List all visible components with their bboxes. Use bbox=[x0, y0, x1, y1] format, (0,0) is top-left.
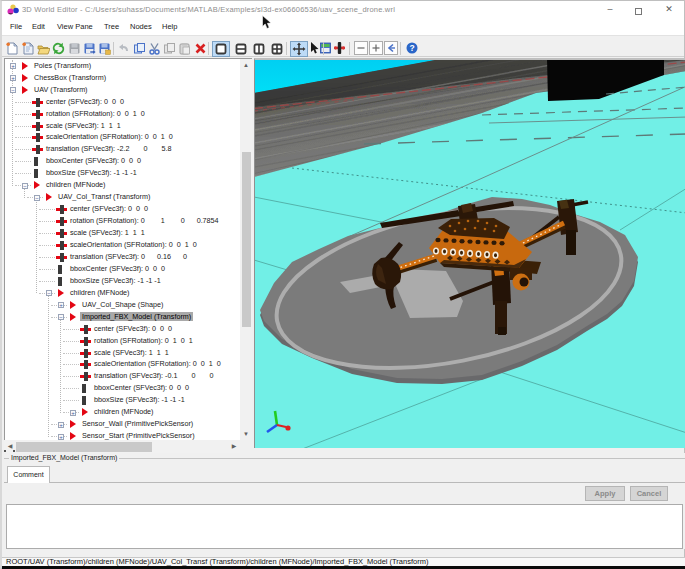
svg-text:?: ? bbox=[409, 43, 414, 53]
